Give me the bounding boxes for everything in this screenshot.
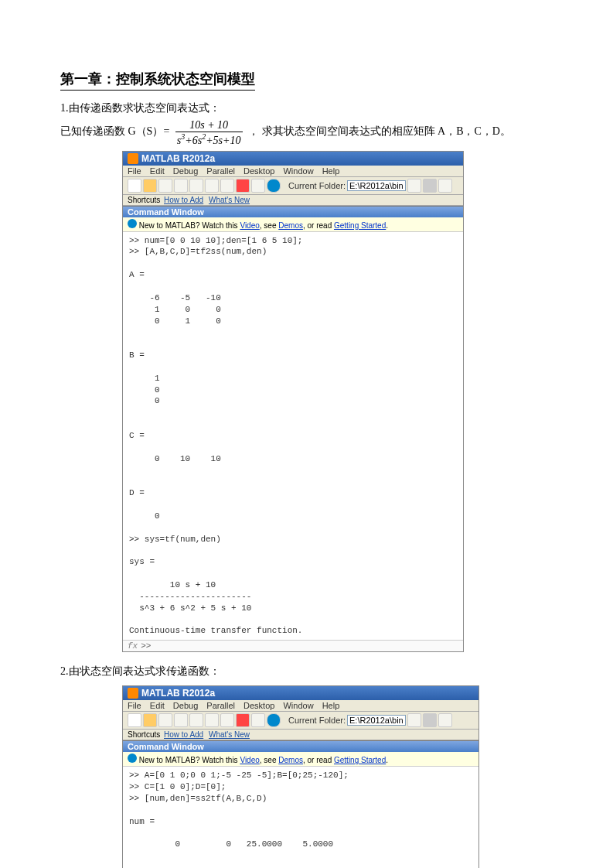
cut-icon[interactable] [158, 713, 172, 727]
fx-icon: fx [128, 641, 138, 651]
new-to-matlab-bar: New to MATLAB? Watch this Video, see Dem… [123, 217, 463, 232]
shortcuts-how-to-add[interactable]: How to Add [164, 730, 203, 739]
command-prompt-line[interactable]: fx>> [123, 640, 463, 651]
newto-prefix: New to MATLAB? Watch this [139, 221, 240, 230]
newto-video-link[interactable]: Video [240, 221, 259, 230]
fx-prompt: >> [141, 641, 151, 651]
info-icon [128, 219, 137, 228]
current-folder-label: Current Folder: [288, 716, 346, 725]
current-folder-input[interactable]: E:\R2012a\bin [347, 180, 406, 191]
menu-desktop[interactable]: Desktop [243, 701, 274, 710]
newto-mid1: , see [260, 756, 278, 764]
simulink-icon[interactable] [236, 713, 250, 727]
menu-desktop[interactable]: Desktop [243, 166, 274, 176]
menu-file[interactable]: File [128, 166, 141, 176]
menu-help[interactable]: Help [322, 166, 340, 176]
undo-icon[interactable] [205, 713, 219, 727]
shortcuts-whats-new[interactable]: What's New [209, 196, 250, 204]
menu-window[interactable]: Window [283, 166, 313, 176]
redo-icon[interactable] [220, 179, 234, 193]
item-1-prefix: 已知传递函数 G（S）= [60, 126, 169, 138]
current-folder-label: Current Folder: [288, 181, 346, 190]
paste-icon[interactable] [189, 713, 203, 727]
folder-dropdown-icon[interactable] [407, 713, 421, 727]
newto-getting-started-link[interactable]: Getting Started [334, 756, 386, 764]
menu-file[interactable]: File [128, 701, 141, 710]
matlab-menubar: File Edit Debug Parallel Desktop Window … [123, 166, 463, 177]
matlab-title-text: MATLAB R2012a [141, 688, 215, 699]
open-icon[interactable] [143, 713, 157, 727]
item-2-label: 2.由状态空间表达式求传递函数： [60, 661, 553, 681]
new-to-matlab-bar: New to MATLAB? Watch this Video, see Dem… [123, 752, 478, 767]
matlab-shortcuts-bar: Shortcuts How to Add What's New [123, 195, 463, 206]
folder-dropdown-icon[interactable] [407, 179, 421, 193]
shortcuts-how-to-add[interactable]: How to Add [164, 196, 203, 204]
command-window-body[interactable]: >> num=[0 0 10 10];den=[1 6 5 10]; >> [A… [123, 232, 463, 641]
matlab-window-1: MATLAB R2012a File Edit Debug Parallel D… [122, 151, 464, 653]
help-icon[interactable] [267, 713, 281, 727]
newto-mid2: , or read [303, 221, 334, 230]
menu-edit[interactable]: Edit [150, 701, 165, 710]
newto-prefix: New to MATLAB? Watch this [139, 756, 240, 764]
browse-folder-icon[interactable] [423, 179, 437, 193]
matlab-logo-icon [128, 153, 138, 164]
menu-debug[interactable]: Debug [173, 701, 198, 710]
item-1-suffix: ， 求其状态空间空间表达式的相应矩阵 A，B，C，D。 [248, 126, 511, 138]
matlab-toolbar: Current Folder: E:\R2012a\bin [123, 177, 463, 195]
matlab-title-text: MATLAB R2012a [141, 153, 215, 164]
paste-icon[interactable] [189, 179, 203, 193]
help-icon[interactable] [267, 179, 281, 193]
matlab-titlebar: MATLAB R2012a [123, 152, 463, 166]
item-1-label: 1.由传递函数求状态空间表达式： [60, 98, 553, 118]
newto-demos-link[interactable]: Demos [278, 756, 303, 764]
guide-icon[interactable] [251, 179, 265, 193]
go-up-icon[interactable] [438, 179, 452, 193]
matlab-titlebar: MATLAB R2012a [123, 686, 478, 700]
current-folder-input[interactable]: E:\R2012a\bin [347, 715, 406, 726]
fraction-denominator: s3+6s2+5s+10 [175, 132, 243, 146]
command-window-body[interactable]: >> A=[0 1 0;0 0 1;-5 -25 -5];B=[0;25;-12… [123, 767, 478, 868]
info-icon [128, 754, 137, 763]
new-icon[interactable] [128, 179, 141, 193]
shortcuts-label: Shortcuts [128, 196, 162, 204]
matlab-menubar: File Edit Debug Parallel Desktop Window … [123, 700, 478, 712]
newto-mid1: , see [260, 221, 278, 230]
command-window-titlebar: Command Window [123, 206, 463, 217]
undo-icon[interactable] [205, 179, 219, 193]
menu-window[interactable]: Window [283, 701, 313, 710]
chapter-1-title: 第一章：控制系统状态空间模型 [60, 70, 255, 91]
matlab-window-2: MATLAB R2012a File Edit Debug Parallel D… [122, 685, 479, 868]
menu-parallel[interactable]: Parallel [206, 701, 235, 710]
newto-demos-link[interactable]: Demos [278, 221, 303, 230]
newto-getting-started-link[interactable]: Getting Started [334, 221, 386, 230]
matlab-logo-icon [128, 688, 138, 699]
newto-video-link[interactable]: Video [240, 756, 259, 764]
go-up-icon[interactable] [438, 713, 452, 727]
item-1-formula-line: 已知传递函数 G（S）= 10s + 10 s3+6s2+5s+10 ， 求其状… [60, 119, 553, 145]
browse-folder-icon[interactable] [423, 713, 437, 727]
newto-mid2: , or read [303, 756, 334, 764]
open-icon[interactable] [143, 179, 157, 193]
matlab-shortcuts-bar: Shortcuts How to Add What's New [123, 730, 478, 740]
copy-icon[interactable] [174, 713, 188, 727]
new-icon[interactable] [128, 713, 141, 727]
guide-icon[interactable] [251, 713, 265, 727]
fraction-numerator: 10s + 10 [188, 119, 230, 131]
menu-edit[interactable]: Edit [150, 166, 165, 176]
matlab-toolbar: Current Folder: E:\R2012a\bin [123, 712, 478, 730]
copy-icon[interactable] [174, 179, 188, 193]
simulink-icon[interactable] [236, 179, 250, 193]
menu-help[interactable]: Help [322, 701, 340, 710]
shortcuts-whats-new[interactable]: What's New [209, 730, 250, 739]
command-window-titlebar: Command Window [123, 740, 478, 752]
menu-debug[interactable]: Debug [173, 166, 198, 176]
menu-parallel[interactable]: Parallel [206, 166, 235, 176]
shortcuts-label: Shortcuts [128, 730, 162, 739]
cut-icon[interactable] [158, 179, 172, 193]
redo-icon[interactable] [220, 713, 234, 727]
